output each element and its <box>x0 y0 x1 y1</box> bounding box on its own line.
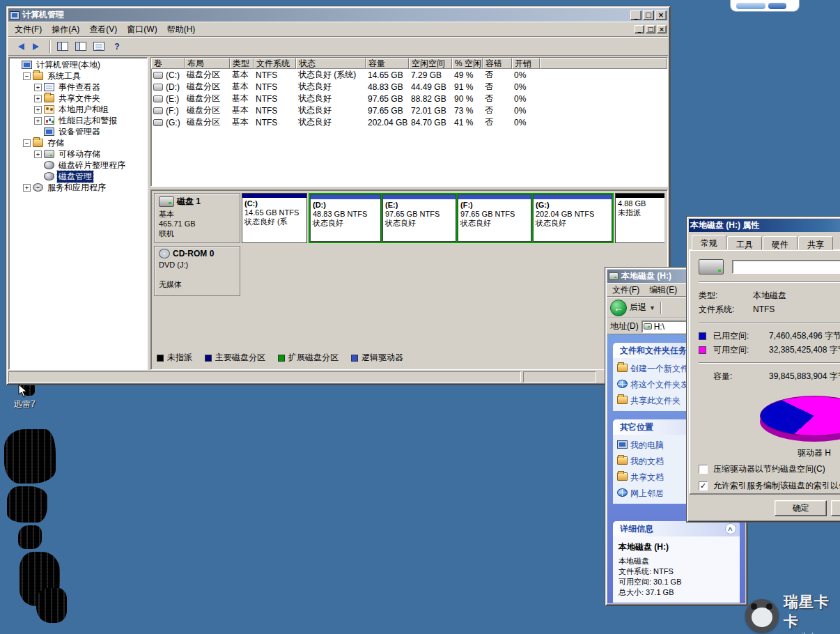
tree-item-5[interactable]: +性能日志和警报 <box>10 115 147 126</box>
partition-label: (C:) <box>244 199 304 208</box>
tree-item-3[interactable]: +共享文件夹 <box>10 93 147 104</box>
tree-item-10[interactable]: 磁盘管理 <box>10 171 147 182</box>
notification-balloon[interactable] <box>730 0 800 12</box>
menu-item-2[interactable]: 查看(V) <box>84 22 122 37</box>
back-button[interactable]: ← <box>610 300 627 316</box>
volume-row-0[interactable]: (C:)磁盘分区基本NTFS状态良好 (系统)14.65 GB7.29 GB49… <box>151 69 667 81</box>
back-label[interactable]: 后退 <box>630 302 646 314</box>
tree-item-0[interactable]: 计算机管理(本地) <box>10 59 147 70</box>
column-header-2[interactable]: 类型 <box>230 58 254 69</box>
tree-item-2[interactable]: +事件查看器 <box>10 82 147 93</box>
expand-plus-icon[interactable]: + <box>23 184 31 192</box>
volume-cell: 91 % <box>452 82 483 92</box>
used-space-swatch <box>699 332 706 340</box>
expand-plus-icon[interactable]: + <box>34 95 42 102</box>
watermark-url: www.ikaka.com <box>784 631 840 634</box>
expand-plus-icon[interactable]: + <box>34 84 42 91</box>
child-close-button[interactable]: × <box>657 25 667 33</box>
cancel-button[interactable]: 取消 <box>831 500 840 516</box>
balloon-content-icon <box>736 3 765 9</box>
explorer-menu-item-0[interactable]: 文件(F) <box>607 283 644 297</box>
column-header-9[interactable]: 开销 <box>512 58 540 69</box>
column-header-6[interactable]: 空闲空间 <box>409 58 452 69</box>
back-dropdown-icon[interactable]: ▼ <box>649 304 655 311</box>
explorer-title: 本地磁盘 (H:) <box>621 270 671 282</box>
partition-0[interactable]: (C:)14.65 GB NTFS状态良好 (系 <box>242 193 307 243</box>
checkbox-box[interactable]: ✓ <box>699 481 708 490</box>
volume-cell: 0% <box>512 82 540 92</box>
child-minimize-button[interactable]: _ <box>635 25 644 33</box>
expand-plus-icon[interactable]: + <box>34 150 42 158</box>
partition-4[interactable]: (G:)202.04 GB NTFS状态良好 <box>533 194 612 242</box>
tree-item-6[interactable]: 设备管理器 <box>10 126 147 137</box>
menu-item-3[interactable]: 窗口(W) <box>122 22 162 37</box>
column-header-5[interactable]: 容量 <box>366 58 409 69</box>
xunlei-shortcut-label[interactable]: 迅雷7 <box>14 399 36 410</box>
tab-1[interactable]: 工具 <box>727 236 762 250</box>
type-value: 本地磁盘 <box>753 290 786 302</box>
tree-item-8[interactable]: +可移动存储 <box>10 148 147 160</box>
help-icon[interactable]: ? <box>109 39 125 54</box>
explorer-menu-item-1[interactable]: 编辑(E) <box>644 283 682 297</box>
checkbox-box[interactable] <box>699 465 708 474</box>
show-console-tree-icon[interactable] <box>54 39 71 54</box>
expand-minus-icon[interactable]: − <box>23 72 31 80</box>
expand-minus-icon[interactable]: − <box>23 139 31 147</box>
disk-name: 磁盘 1 <box>177 196 201 208</box>
partition-3[interactable]: (F:)97.65 GB NTFS状态良好 <box>458 194 531 242</box>
tab-3[interactable]: 共享 <box>798 236 833 250</box>
minimize-button[interactable]: _ <box>630 10 641 20</box>
tab-2[interactable]: 硬件 <box>763 236 798 250</box>
volume-label-input[interactable] <box>732 260 840 274</box>
partition-5[interactable]: 4.88 GB未指派 <box>615 193 664 243</box>
export-list-icon[interactable] <box>91 39 107 54</box>
volume-cell: 97.65 GB <box>366 106 409 116</box>
index-checkbox[interactable]: ✓ 允许索引服务编制该磁盘的索引以便快速搜索文件(I) <box>699 479 840 493</box>
column-header-4[interactable]: 状态 <box>296 58 366 69</box>
tree-item-4[interactable]: +本地用户和组 <box>10 104 147 115</box>
tree-item-7[interactable]: −存储 <box>10 137 147 148</box>
tree-item-9[interactable]: 磁盘碎片整理程序 <box>10 160 147 171</box>
column-header-1[interactable]: 布局 <box>185 58 230 69</box>
collapse-chevron-icon[interactable]: > <box>725 523 736 534</box>
volume-cell: 否 <box>483 116 512 128</box>
forward-icon[interactable] <box>29 39 46 54</box>
legend-item-3: 逻辑驱动器 <box>351 352 403 364</box>
expand-plus-icon[interactable]: + <box>34 106 42 114</box>
storage-icon <box>33 139 43 147</box>
details-header[interactable]: 详细信息 > <box>613 521 740 536</box>
column-header-8[interactable]: 容错 <box>483 58 512 69</box>
dialog-titlebar[interactable]: 本地磁盘 (H:) 属性 <box>689 219 840 232</box>
partition-1[interactable]: (D:)48.83 GB NTFS状态良好 <box>310 194 381 242</box>
volume-row-2[interactable]: (E:)磁盘分区基本NTFS状态良好97.65 GB88.82 GB90 %否0… <box>151 93 667 105</box>
compress-checkbox[interactable]: 压缩驱动器以节约磁盘空间(C) <box>699 462 840 476</box>
volume-cell: 41 % <box>452 118 483 127</box>
corrupted-icon-area <box>18 525 42 549</box>
menu-item-0[interactable]: 文件(F) <box>10 22 47 37</box>
properties-icon[interactable] <box>72 39 89 54</box>
tree-item-11[interactable]: +服务和应用程序 <box>10 182 147 193</box>
cdrom-status: 无媒体 <box>159 279 235 289</box>
menu-item-1[interactable]: 操作(A) <box>47 22 84 37</box>
close-button[interactable]: × <box>655 10 667 20</box>
computer-management-titlebar[interactable]: 计算机管理 _ □ × <box>8 8 668 22</box>
disk-1-info[interactable]: 磁盘 1 基本 465.71 GB 联机 <box>154 193 240 243</box>
tab-0[interactable]: 常规 <box>692 235 726 250</box>
volume-icon <box>153 84 163 91</box>
back-icon[interactable] <box>11 39 28 54</box>
volume-row-4[interactable]: (G:)磁盘分区基本NTFS状态良好202.04 GB84.70 GB41 %否… <box>151 116 667 128</box>
menu-item-4[interactable]: 帮助(H) <box>162 22 201 37</box>
column-header-3[interactable]: 文件系统 <box>254 58 296 69</box>
volume-row-3[interactable]: (F:)磁盘分区基本NTFS状态良好97.65 GB72.01 GB73 %否0… <box>151 105 667 116</box>
system-tools-icon <box>33 72 43 80</box>
volume-row-1[interactable]: (D:)磁盘分区基本NTFS状态良好48.83 GB44.49 GB91 %否0… <box>151 81 667 93</box>
expand-plus-icon[interactable]: + <box>34 117 42 125</box>
tree-item-1[interactable]: −系统工具 <box>10 70 147 82</box>
ok-button[interactable]: 确定 <box>775 500 827 516</box>
maximize-button[interactable]: □ <box>643 10 654 20</box>
column-header-0[interactable]: 卷 <box>151 58 185 69</box>
child-restore-button[interactable]: □ <box>646 25 655 33</box>
cdrom-info[interactable]: CD-ROM 0 DVD (J:) 无媒体 <box>154 246 240 296</box>
partition-2[interactable]: (E:)97.65 GB NTFS状态良好 <box>382 194 456 242</box>
column-header-7[interactable]: % 空闲 <box>452 58 483 69</box>
